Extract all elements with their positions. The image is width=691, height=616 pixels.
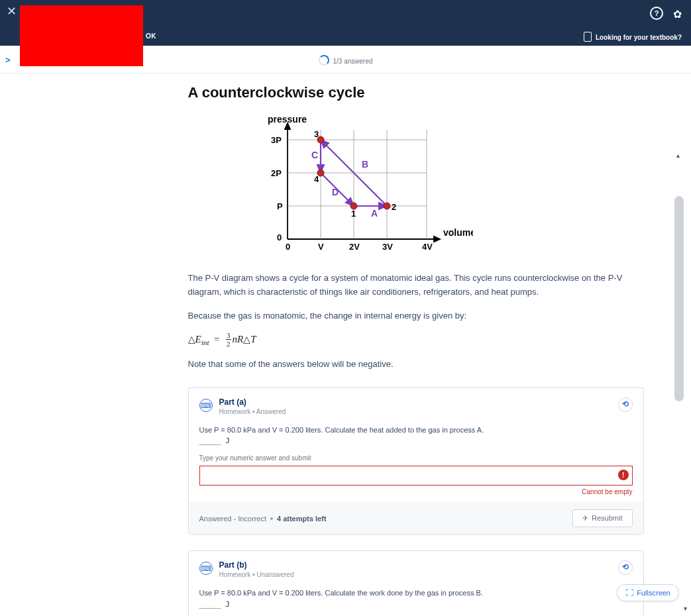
gear-icon[interactable]: ✿ <box>673 8 682 21</box>
logo-redacted <box>20 5 143 66</box>
fullscreen-button[interactable]: Fullscreen <box>617 584 679 601</box>
svg-text:1: 1 <box>351 209 356 219</box>
scroll-up-icon[interactable]: ▴ <box>676 152 680 159</box>
help-icon[interactable]: ? <box>650 7 663 20</box>
part-question: Use P = 80.0 kPa and V = 0.200 liters. C… <box>199 588 633 599</box>
svg-text:D: D <box>332 187 339 197</box>
svg-text:2P: 2P <box>271 168 282 178</box>
equation: △Eint = 32nR△T <box>188 332 644 348</box>
scroll-down-icon[interactable]: ▾ <box>684 605 687 612</box>
part-subtitle: Homework • Unanswered <box>219 571 294 578</box>
scrollbar-thumb[interactable] <box>674 196 684 401</box>
svg-text:V: V <box>318 242 324 252</box>
progress-indicator: 1/3 answered <box>318 55 372 66</box>
answer-blank: _____ J <box>199 436 633 445</box>
problem-paragraph-2: Because the gas is monatomic, the change… <box>188 309 644 323</box>
svg-point-25 <box>384 203 390 209</box>
reset-icon[interactable]: ⟲ <box>618 560 633 575</box>
part-status: Answered - Incorrect4 attempts left <box>199 515 327 523</box>
sidebar-toggle[interactable]: > <box>5 55 11 65</box>
resubmit-button[interactable]: ✈Resubmit <box>572 509 632 527</box>
close-icon[interactable]: ✕ <box>7 4 17 19</box>
svg-text:3P: 3P <box>271 135 282 145</box>
part-icon: ⌨ <box>199 562 213 575</box>
problem-paragraph-3: Note that some of the answers below will… <box>188 357 644 371</box>
part-question: Use P = 80.0 kPa and V = 0.200 liters. C… <box>199 425 633 436</box>
svg-text:0: 0 <box>286 242 290 252</box>
svg-text:3V: 3V <box>382 242 393 252</box>
part-card-a: ⌨ Part (a) Homework • Answered ⟲ Use P =… <box>188 387 644 535</box>
input-instruction: Type your numeric answer and submit <box>199 454 633 462</box>
svg-text:pressure: pressure <box>268 114 307 125</box>
svg-text:4V: 4V <box>422 242 433 252</box>
pv-diagram: pressure volume 3P 2P P 0 0 V 2V 3V 4V <box>254 113 644 262</box>
part-title: Part (a) <box>219 397 286 407</box>
reset-icon[interactable]: ⟲ <box>618 397 633 412</box>
svg-text:0: 0 <box>277 232 282 242</box>
svg-text:2V: 2V <box>349 242 360 252</box>
svg-text:P: P <box>277 201 283 211</box>
page-title: A counterclockwise cycle <box>188 84 644 101</box>
svg-text:C: C <box>311 150 318 160</box>
part-icon: ⌨ <box>199 399 213 412</box>
svg-text:2: 2 <box>392 202 396 212</box>
svg-text:A: A <box>371 208 378 219</box>
answer-input-a[interactable] <box>199 466 633 486</box>
error-message: Cannot be empty <box>199 488 633 495</box>
part-card-b: ⌨ Part (b) Homework • Unanswered ⟲ Use P… <box>188 550 644 616</box>
textbook-link[interactable]: Looking for your textbook? <box>584 32 682 42</box>
part-title: Part (b) <box>219 560 294 570</box>
answer-blank: _____ J <box>199 600 633 609</box>
top-label: OK <box>146 32 156 40</box>
svg-text:volume: volume <box>443 227 473 238</box>
svg-text:3: 3 <box>314 129 319 139</box>
problem-paragraph-1: The P-V diagram shows a cycle for a syst… <box>188 271 644 299</box>
svg-text:4: 4 <box>314 174 319 184</box>
error-icon: ! <box>618 470 629 480</box>
svg-text:B: B <box>362 159 368 170</box>
part-subtitle: Homework • Answered <box>219 408 286 415</box>
